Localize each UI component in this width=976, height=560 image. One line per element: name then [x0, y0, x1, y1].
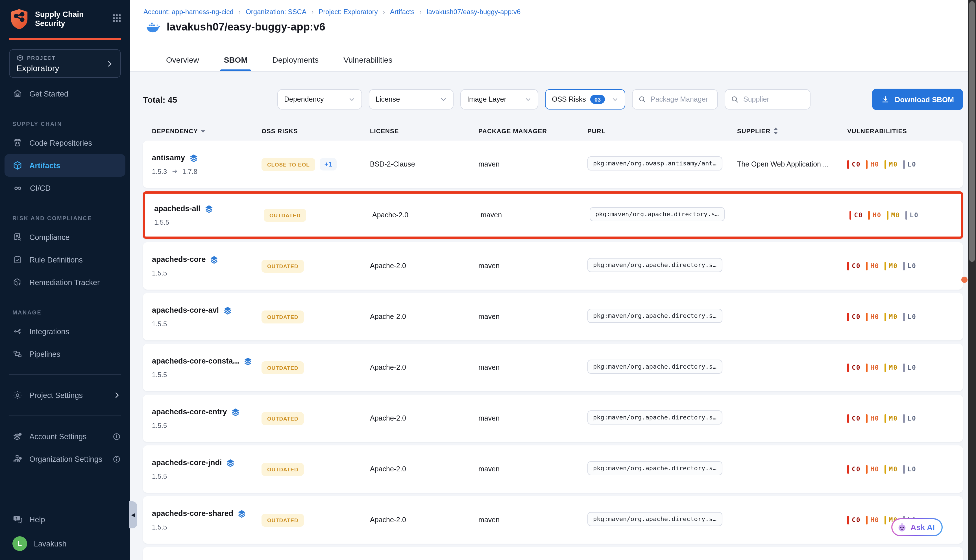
- table-row[interactable]: apacheds-core-entry1.5.5OUTDATEDApache-2…: [143, 395, 963, 442]
- severity-bar-low: [903, 363, 904, 372]
- table-row[interactable]: apacheds-core1.5.5OUTDATEDApache-2.0mave…: [143, 242, 963, 290]
- dependency-cell: apacheds-core1.5.5: [152, 255, 262, 277]
- column-header-dependency[interactable]: DEPENDENCY: [152, 128, 262, 134]
- version-current: 1.5.5: [152, 422, 167, 429]
- search-input-supplier[interactable]: Supplier: [725, 89, 811, 110]
- severity-label-count: L0: [908, 313, 916, 321]
- severity-label-count: M0: [889, 414, 898, 422]
- sidebar-item-rule-definitions[interactable]: Rule Definitions: [0, 248, 130, 271]
- dependency-name-row: apacheds-core-jndi: [152, 458, 262, 467]
- filter-dropdown-dependency[interactable]: Dependency: [277, 89, 362, 110]
- page-scrollbar-thumb[interactable]: [969, 1, 975, 262]
- vuln-count-low: L0: [903, 363, 916, 372]
- purl-value[interactable]: pkg:maven/org.apache.directory.s…: [587, 512, 722, 526]
- sidebar-collapse-handle[interactable]: ◀: [129, 501, 137, 528]
- vuln-count-critical: C0: [847, 414, 861, 423]
- chevron-down-icon: [525, 96, 532, 103]
- purl-cell: pkg:maven/org.apache.directory.s…: [590, 207, 739, 223]
- search-input-package-manager[interactable]: Package Manager: [632, 89, 718, 110]
- tab-sbom[interactable]: SBOM: [224, 55, 248, 71]
- sort-both-icon[interactable]: [773, 127, 778, 135]
- column-header-label: SUPPLIER: [737, 128, 771, 134]
- tab-overview[interactable]: Overview: [166, 55, 199, 71]
- user-menu[interactable]: L Lavakush: [0, 531, 130, 557]
- tab-vulnerabilities[interactable]: Vulnerabilities: [344, 55, 392, 71]
- sidebar-item-remediation-tracker[interactable]: Remediation Tracker: [0, 271, 130, 293]
- sidebar-item-code-repositories[interactable]: Code Repositories: [0, 132, 130, 154]
- vuln-count-high: H0: [866, 414, 879, 423]
- filter-dropdown-license[interactable]: License: [369, 89, 454, 110]
- purl-value[interactable]: pkg:maven/org.owasp.antisamy/ant…: [587, 156, 722, 170]
- package-manager-cell: maven: [479, 262, 587, 270]
- purl-value[interactable]: pkg:maven/org.apache.directory.s…: [587, 410, 722, 424]
- table-row[interactable]: apacheds-core-shared1.5.5OUTDATEDApache-…: [143, 496, 963, 543]
- filter-dropdown-image-layer[interactable]: Image Layer: [460, 89, 538, 110]
- filter-dropdown-label: Image Layer: [467, 95, 506, 103]
- severity-label-count: H0: [870, 465, 879, 473]
- severity-bar-medium: [884, 465, 886, 473]
- sidebar-item-integrations[interactable]: Integrations: [0, 320, 130, 343]
- table-row[interactable]: apacheds-core-consta...1.5.5OUTDATEDApac…: [143, 344, 963, 391]
- severity-label-count: L0: [908, 160, 916, 168]
- chevron-right-icon: [106, 60, 113, 67]
- ask-ai-button[interactable]: Ask AI: [891, 518, 943, 536]
- download-sbom-button[interactable]: Download SBOM: [873, 88, 963, 110]
- sidebar-item-ci-cd[interactable]: CI/CD: [0, 177, 130, 199]
- oss-risks-cell: OUTDATED: [262, 310, 370, 323]
- sidebar-item-artifacts[interactable]: Artifacts: [5, 154, 125, 177]
- filter-dropdown-label: OSS Risks: [552, 95, 586, 103]
- project-selector-info: PROJECT Exploratory: [17, 54, 106, 73]
- table-row[interactable]: apacheds-all1.5.5OUTDATEDApache-2.0maven…: [143, 192, 963, 239]
- sidebar-item-compliance[interactable]: Compliance: [0, 226, 130, 248]
- app-switcher-grid-icon[interactable]: [112, 8, 122, 23]
- sidebar-item-organization-settings[interactable]: Organization Settings: [0, 448, 130, 470]
- table-row[interactable]: apacheds-interceptor-...1.5.5OUTDATEDApa…: [143, 547, 963, 560]
- severity-label-count: M0: [889, 363, 898, 372]
- oss-risks-cell: OUTDATED: [262, 259, 370, 272]
- severity-bar-high: [866, 465, 868, 473]
- ai-robot-icon: [897, 522, 907, 532]
- purl-value[interactable]: pkg:maven/org.apache.directory.s…: [587, 308, 722, 323]
- sidebar-item-get-started[interactable]: Get Started: [0, 82, 130, 105]
- risk-badge-outdated: OUTDATED: [262, 513, 304, 527]
- table-body: antisamy1.5.31.7.8CLOSE TO EOL+1BSD-2-Cl…: [143, 140, 963, 560]
- layers-icon: [243, 357, 252, 365]
- project-selector[interactable]: PROJECT Exploratory: [9, 49, 121, 78]
- info-icon[interactable]: [112, 432, 121, 441]
- column-header-supplier[interactable]: SUPPLIER: [737, 127, 847, 135]
- severity-label-count: L0: [908, 262, 916, 270]
- breadcrumb-link[interactable]: lavakush07/easy-buggy-app:v6: [427, 8, 521, 16]
- sidebar: Supply Chain Security PROJECT Explorator…: [0, 0, 130, 560]
- filter-dropdown-oss-risks[interactable]: OSS Risks03: [545, 89, 625, 110]
- info-icon[interactable]: [112, 455, 121, 463]
- breadcrumb-link[interactable]: Artifacts: [390, 8, 415, 16]
- risk-badge-outdated: OUTDATED: [262, 310, 304, 323]
- breadcrumb-link[interactable]: Organization: SSCA: [246, 8, 306, 16]
- dependency-version: 1.5.5: [154, 218, 264, 226]
- dependency-name-row: apacheds-core: [152, 255, 262, 264]
- purl-value[interactable]: pkg:maven/org.apache.directory.s…: [587, 258, 722, 272]
- sidebar-item-pipelines[interactable]: Pipelines: [0, 343, 130, 365]
- table-row[interactable]: antisamy1.5.31.7.8CLOSE TO EOL+1BSD-2-Cl…: [143, 140, 963, 188]
- purl-cell: pkg:maven/org.apache.directory.s…: [587, 308, 737, 325]
- sidebar-item-project-settings[interactable]: Project Settings: [0, 384, 130, 407]
- version-upgrade: 1.7.8: [182, 167, 197, 175]
- sidebar-item-help[interactable]: ? Help: [0, 508, 130, 531]
- tab-deployments[interactable]: Deployments: [272, 55, 319, 71]
- dependency-version: 1.5.5: [152, 472, 262, 480]
- breadcrumb-link[interactable]: Account: app-harness-ng-cicd: [143, 8, 234, 16]
- dependency-cell: apacheds-core-avl1.5.5: [152, 306, 262, 328]
- purl-value[interactable]: pkg:maven/org.apache.directory.s…: [587, 359, 722, 373]
- vuln-count-critical: C0: [847, 363, 861, 372]
- sort-desc-icon[interactable]: [201, 128, 206, 133]
- page-scrollbar-track[interactable]: [968, 0, 976, 560]
- dependency-cell: apacheds-core-jndi1.5.5: [152, 458, 262, 480]
- table-row[interactable]: apacheds-core-avl1.5.5OUTDATEDApache-2.0…: [143, 293, 963, 340]
- breadcrumb-link[interactable]: Project: Exploratory: [319, 8, 377, 16]
- package-manager-cell: maven: [479, 516, 587, 524]
- sidebar-item-account-settings[interactable]: Account Settings: [0, 425, 130, 448]
- table-row[interactable]: apacheds-core-jndi1.5.5OUTDATEDApache-2.…: [143, 445, 963, 493]
- risk-badge-outdated: OUTDATED: [262, 361, 304, 374]
- purl-value[interactable]: pkg:maven/org.apache.directory.s…: [590, 207, 724, 221]
- purl-value[interactable]: pkg:maven/org.apache.directory.s…: [587, 461, 722, 475]
